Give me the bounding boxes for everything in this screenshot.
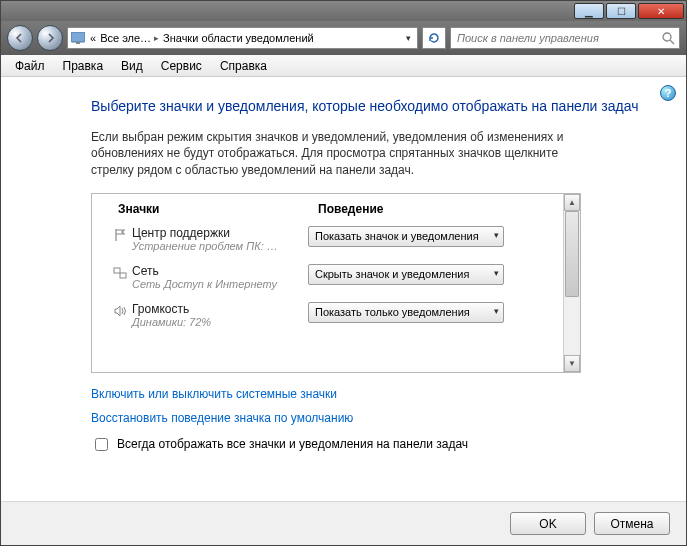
table-row: Громкость Динамики: 72% Показать только … (108, 302, 551, 328)
back-button[interactable] (7, 25, 33, 51)
menu-bar: Файл Правка Вид Сервис Справка (1, 55, 686, 77)
breadcrumb-item-current[interactable]: Значки области уведомлений (163, 32, 314, 44)
always-show-checkbox[interactable] (95, 438, 108, 451)
icons-panel: Значки Поведение Центр поддержки Устране… (91, 193, 581, 373)
address-bar[interactable]: « Все эле…▸ Значки области уведомлений ▾ (67, 27, 418, 49)
breadcrumb-item-all[interactable]: Все эле…▸ (100, 32, 159, 44)
behavior-select[interactable]: Показать значок и уведомления (308, 226, 504, 247)
minimize-button[interactable]: ▁ (574, 3, 604, 19)
scroll-down-button[interactable]: ▼ (564, 355, 580, 372)
volume-icon (108, 302, 132, 318)
svg-point-2 (663, 33, 671, 41)
search-box[interactable] (450, 27, 680, 49)
svg-line-3 (670, 40, 674, 44)
svg-rect-0 (71, 32, 85, 42)
ok-button[interactable]: OK (510, 512, 586, 535)
menu-edit[interactable]: Правка (55, 57, 112, 75)
menu-view[interactable]: Вид (113, 57, 151, 75)
search-icon (662, 32, 675, 45)
row-subtitle: Устранение проблем ПК: … (132, 240, 300, 252)
svg-rect-5 (120, 273, 126, 278)
close-button[interactable]: ✕ (638, 3, 684, 19)
svg-rect-4 (114, 268, 120, 273)
footer: OK Отмена (1, 501, 686, 545)
refresh-button[interactable] (422, 27, 446, 49)
flag-icon (108, 226, 132, 242)
control-panel-icon (70, 30, 86, 46)
scroll-thumb[interactable] (565, 211, 579, 297)
always-show-label: Всегда отображать все значки и уведомлен… (117, 437, 468, 451)
search-input[interactable] (455, 31, 662, 45)
forward-button[interactable] (37, 25, 63, 51)
svg-rect-1 (76, 42, 80, 44)
help-icon[interactable]: ? (660, 85, 676, 101)
control-panel-window: ▁ ☐ ✕ « Все эле…▸ Значки области уведомл… (0, 0, 687, 546)
network-icon (108, 264, 132, 280)
links-section: Включить или выключить системные значки … (91, 387, 656, 425)
panel-scrollbar[interactable]: ▲ ▼ (563, 194, 580, 372)
menu-help[interactable]: Справка (212, 57, 275, 75)
row-subtitle: Динамики: 72% (132, 316, 300, 328)
maximize-button[interactable]: ☐ (606, 3, 636, 19)
menu-tools[interactable]: Сервис (153, 57, 210, 75)
link-system-icons[interactable]: Включить или выключить системные значки (91, 387, 656, 401)
always-show-row: Всегда отображать все значки и уведомлен… (91, 435, 656, 454)
address-dropdown[interactable]: ▾ (402, 33, 415, 43)
column-headers: Значки Поведение (108, 202, 551, 216)
content-area: ? Выберите значки и уведомления, которые… (1, 77, 686, 501)
scroll-track[interactable] (564, 211, 580, 355)
page-description: Если выбран режим скрытия значков и увед… (91, 129, 601, 179)
cancel-button[interactable]: Отмена (594, 512, 670, 535)
behavior-select[interactable]: Показать только уведомления (308, 302, 504, 323)
table-row: Сеть Сеть Доступ к Интернету Скрыть знач… (108, 264, 551, 290)
scroll-up-button[interactable]: ▲ (564, 194, 580, 211)
link-restore-defaults[interactable]: Восстановить поведение значка по умолчан… (91, 411, 656, 425)
menu-file[interactable]: Файл (7, 57, 53, 75)
table-row: Центр поддержки Устранение проблем ПК: …… (108, 226, 551, 252)
header-icons: Значки (118, 202, 318, 216)
row-name: Центр поддержки (132, 226, 300, 240)
behavior-select[interactable]: Скрыть значок и уведомления (308, 264, 504, 285)
row-name: Сеть (132, 264, 300, 278)
row-subtitle: Сеть Доступ к Интернету (132, 278, 300, 290)
row-name: Громкость (132, 302, 300, 316)
breadcrumb-chevrons[interactable]: « (90, 32, 96, 44)
titlebar: ▁ ☐ ✕ (1, 1, 686, 21)
page-title: Выберите значки и уведомления, которые н… (91, 97, 656, 117)
header-behavior: Поведение (318, 202, 383, 216)
navigation-bar: « Все эле…▸ Значки области уведомлений ▾ (1, 21, 686, 55)
